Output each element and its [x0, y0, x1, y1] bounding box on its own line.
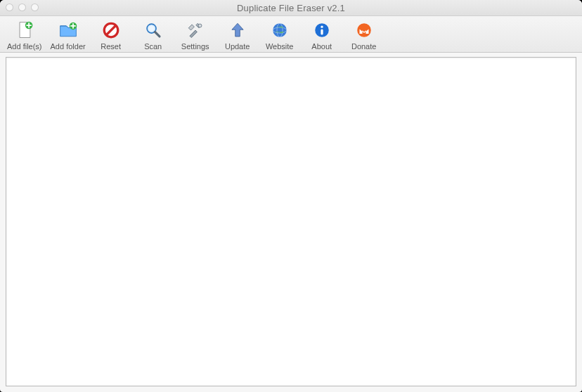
- svg-rect-13: [321, 29, 323, 34]
- donate-coin-icon: [354, 20, 375, 41]
- info-icon: [311, 20, 332, 41]
- globe-icon: [269, 20, 290, 41]
- wrench-screwdriver-icon: [185, 20, 206, 41]
- toolbar: Add file(s) Add folder Reset: [0, 16, 582, 53]
- update-button[interactable]: Update: [219, 20, 256, 51]
- website-button[interactable]: Website: [261, 20, 298, 51]
- scan-button[interactable]: Scan: [135, 20, 172, 51]
- close-window-button[interactable]: [6, 4, 13, 11]
- magnifier-icon: [143, 20, 164, 41]
- add-files-button[interactable]: Add file(s): [6, 20, 44, 51]
- toolbar-label: Website: [266, 42, 294, 51]
- toolbar-label: Scan: [144, 42, 162, 51]
- no-entry-icon: [101, 20, 122, 41]
- about-button[interactable]: About: [304, 20, 340, 51]
- svg-line-6: [155, 32, 160, 37]
- app-window: Duplicate File Eraser v2.1 Add file(s): [0, 0, 582, 392]
- svg-point-5: [148, 26, 154, 32]
- donate-button[interactable]: Donate: [346, 20, 382, 51]
- add-folder-button[interactable]: Add folder: [49, 20, 87, 51]
- toolbar-label: Settings: [181, 42, 209, 51]
- window-title: Duplicate File Eraser v2.1: [0, 3, 582, 13]
- zoom-window-button[interactable]: [31, 4, 39, 11]
- toolbar-label: Reset: [101, 42, 121, 51]
- reset-button[interactable]: Reset: [93, 20, 129, 51]
- svg-point-7: [198, 24, 202, 27]
- results-list[interactable]: [6, 57, 576, 386]
- content-wrap: [0, 53, 582, 392]
- svg-point-12: [321, 26, 323, 28]
- settings-button[interactable]: Settings: [177, 20, 214, 51]
- toolbar-label: Add file(s): [7, 42, 42, 51]
- svg-point-8: [273, 23, 287, 37]
- file-add-icon: [14, 20, 35, 41]
- titlebar[interactable]: Duplicate File Eraser v2.1: [0, 0, 582, 16]
- toolbar-label: Add folder: [51, 42, 86, 51]
- folder-add-icon: [58, 20, 79, 41]
- window-controls: [6, 4, 39, 11]
- minimize-window-button[interactable]: [18, 4, 26, 11]
- arrow-up-icon: [227, 20, 248, 41]
- toolbar-label: Update: [225, 42, 250, 51]
- svg-point-14: [357, 23, 371, 37]
- toolbar-label: Donate: [351, 42, 376, 51]
- toolbar-label: About: [311, 42, 332, 51]
